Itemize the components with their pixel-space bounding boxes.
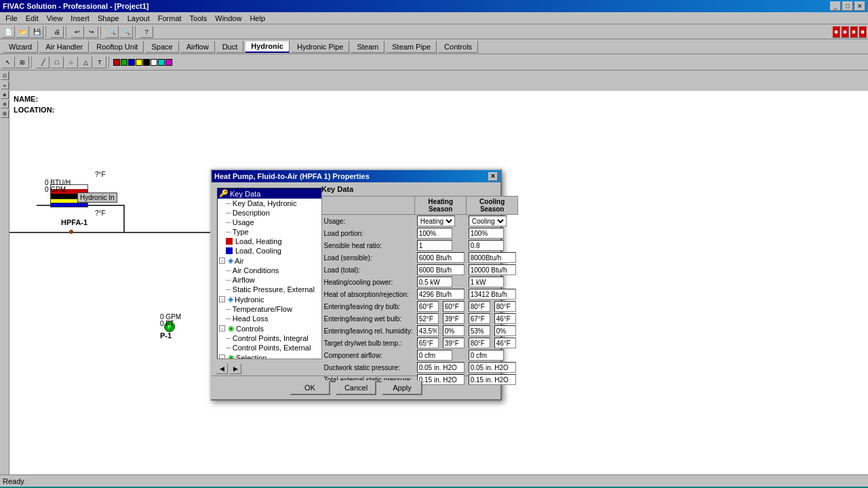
duct-sp-c-input[interactable] bbox=[469, 362, 516, 373]
heat-abs-h-input[interactable] bbox=[417, 289, 465, 300]
side-btn-3[interactable]: ◈ bbox=[1, 91, 9, 99]
nav-hydronic-pipe[interactable]: Hydronic Pipe bbox=[291, 41, 349, 53]
airflow-c-input[interactable] bbox=[469, 350, 504, 361]
rh-c-leave[interactable] bbox=[494, 325, 516, 336]
duct-sp-h-input[interactable] bbox=[417, 362, 465, 373]
help-btn[interactable]: ? bbox=[140, 26, 153, 38]
target-h-wet[interactable] bbox=[443, 338, 465, 348]
tree-controls[interactable]: - ◉ Controls bbox=[218, 323, 321, 333]
nav-steam-pipe[interactable]: Steam Pipe bbox=[386, 41, 437, 53]
redo-btn[interactable]: ↪ bbox=[85, 26, 98, 38]
tree-description[interactable]: ─ Description bbox=[218, 208, 321, 218]
cursor-btn[interactable]: ↖ bbox=[1, 56, 15, 68]
nav-airflow[interactable]: Airflow bbox=[180, 41, 215, 53]
power-c-input[interactable] bbox=[469, 277, 504, 287]
tree-temp-flow[interactable]: ─ Temperature/Flow bbox=[218, 304, 321, 314]
controls-expand-icon[interactable]: - bbox=[219, 325, 225, 331]
menu-format[interactable]: Format bbox=[154, 13, 186, 24]
tb-r4[interactable]: ■ bbox=[859, 26, 867, 38]
new-btn[interactable]: 📄 bbox=[1, 26, 15, 38]
dry-bulb-h-enter[interactable] bbox=[417, 301, 439, 312]
menu-shape[interactable]: Shape bbox=[94, 13, 123, 24]
swatch-white[interactable] bbox=[151, 59, 157, 66]
text-btn[interactable]: T bbox=[93, 56, 106, 68]
tree-air-conditions[interactable]: ─ Air Conditions bbox=[218, 266, 321, 275]
side-btn-2[interactable]: ≡ bbox=[1, 81, 9, 89]
tree-key-data[interactable]: 🔑 Key Data bbox=[218, 188, 321, 199]
dialog-close-btn[interactable]: ✕ bbox=[488, 172, 498, 181]
hpfa-sublabel[interactable]: Hydronic In bbox=[77, 192, 117, 203]
ellipse-btn[interactable]: ○ bbox=[64, 56, 78, 68]
menu-insert[interactable]: Insert bbox=[66, 13, 94, 24]
shr-h-input[interactable] bbox=[417, 240, 452, 251]
air-expand-icon[interactable]: - bbox=[219, 258, 225, 264]
undo-btn[interactable]: ↩ bbox=[71, 26, 84, 38]
selection-expand-icon[interactable]: - bbox=[219, 354, 225, 359]
tree-hydronic[interactable]: - ◈ Hydronic bbox=[218, 294, 321, 304]
total-sp-c-input[interactable] bbox=[469, 374, 516, 385]
airflow-h-input[interactable] bbox=[417, 350, 452, 361]
zoom-out-btn[interactable]: 🔍 bbox=[119, 26, 133, 38]
tree-prev-btn[interactable]: ◀ bbox=[216, 363, 228, 374]
swatch-red[interactable] bbox=[113, 59, 120, 66]
nav-space[interactable]: Space bbox=[145, 41, 178, 53]
side-btn-4[interactable]: ⊕ bbox=[1, 100, 9, 108]
menu-help[interactable]: Help bbox=[245, 13, 269, 24]
tree-load-cooling[interactable]: Load, Cooling bbox=[218, 246, 321, 256]
tree-airflow[interactable]: ─ Airflow bbox=[218, 275, 321, 285]
tree-load-heating[interactable]: Load, Heating bbox=[218, 237, 321, 246]
load-total-c-input[interactable] bbox=[469, 264, 516, 275]
swatch-yellow[interactable] bbox=[136, 59, 142, 66]
nav-air-handler[interactable]: Air Handler bbox=[39, 41, 89, 53]
ok-button[interactable]: OK bbox=[290, 380, 330, 395]
menu-window[interactable]: Window bbox=[211, 13, 245, 24]
nav-steam[interactable]: Steam bbox=[351, 41, 384, 53]
maximize-btn[interactable]: □ bbox=[842, 1, 853, 11]
power-h-input[interactable] bbox=[417, 277, 452, 287]
tree-selection[interactable]: - ◉ Selection bbox=[218, 352, 321, 359]
hydronic-expand-icon[interactable]: - bbox=[219, 296, 225, 302]
menu-layout[interactable]: Layout bbox=[123, 13, 154, 24]
tb-r3[interactable]: ■ bbox=[850, 26, 858, 38]
load-sensible-c-input[interactable] bbox=[469, 252, 516, 263]
tree-next-btn[interactable]: ▶ bbox=[229, 363, 241, 374]
target-c-dry[interactable] bbox=[469, 338, 490, 348]
tree-usage[interactable]: ─ Usage bbox=[218, 218, 321, 227]
total-sp-h-input[interactable] bbox=[417, 374, 465, 385]
tree-head-loss[interactable]: ─ Head Loss bbox=[218, 314, 321, 323]
tree-key-data-hydronic[interactable]: ─ Key Data, Hydronic bbox=[218, 199, 321, 208]
target-c-wet[interactable] bbox=[494, 338, 516, 348]
zoom-in-btn[interactable]: 🔍 bbox=[105, 26, 119, 38]
rh-h-leave[interactable] bbox=[443, 325, 465, 336]
cancel-button[interactable]: Cancel bbox=[336, 380, 376, 395]
wet-bulb-h-enter[interactable] bbox=[417, 313, 439, 324]
menu-view[interactable]: View bbox=[43, 13, 67, 24]
swatch-magenta[interactable] bbox=[165, 59, 172, 66]
tree-air[interactable]: - ◈ Air bbox=[218, 256, 321, 266]
nav-duct[interactable]: Duct bbox=[216, 41, 244, 53]
print-btn[interactable]: 🖨 bbox=[50, 26, 64, 38]
nav-wizard[interactable]: Wizard bbox=[3, 41, 38, 53]
tree-static-pressure[interactable]: ─ Static Pressure, External bbox=[218, 285, 321, 294]
dry-bulb-c-leave[interactable] bbox=[494, 301, 516, 312]
side-btn-5[interactable]: ⊞ bbox=[1, 110, 9, 118]
dry-bulb-c-enter[interactable] bbox=[469, 301, 490, 312]
menu-edit[interactable]: Edit bbox=[22, 13, 43, 24]
tree-ctrl-integral[interactable]: ─ Control Points, Integral bbox=[218, 333, 321, 343]
usage-heating-select[interactable]: Heating bbox=[417, 216, 455, 226]
shr-c-input[interactable] bbox=[469, 240, 504, 251]
rh-c-enter[interactable] bbox=[469, 325, 490, 336]
nav-controls[interactable]: Controls bbox=[438, 41, 478, 53]
poly-btn[interactable]: △ bbox=[79, 56, 92, 68]
side-btn-1[interactable]: ⊡ bbox=[1, 72, 9, 80]
wet-bulb-c-leave[interactable] bbox=[494, 313, 516, 324]
open-btn[interactable]: 📂 bbox=[16, 26, 29, 38]
minimize-btn[interactable]: _ bbox=[830, 1, 841, 11]
line-btn[interactable]: ╱ bbox=[36, 56, 50, 68]
save-btn[interactable]: 💾 bbox=[30, 26, 43, 38]
close-btn[interactable]: ✕ bbox=[854, 1, 865, 11]
wet-bulb-h-leave[interactable] bbox=[443, 313, 465, 324]
tb-r1[interactable]: ■ bbox=[832, 26, 840, 38]
rect-btn[interactable]: □ bbox=[50, 56, 64, 68]
swatch-black[interactable] bbox=[143, 59, 150, 66]
